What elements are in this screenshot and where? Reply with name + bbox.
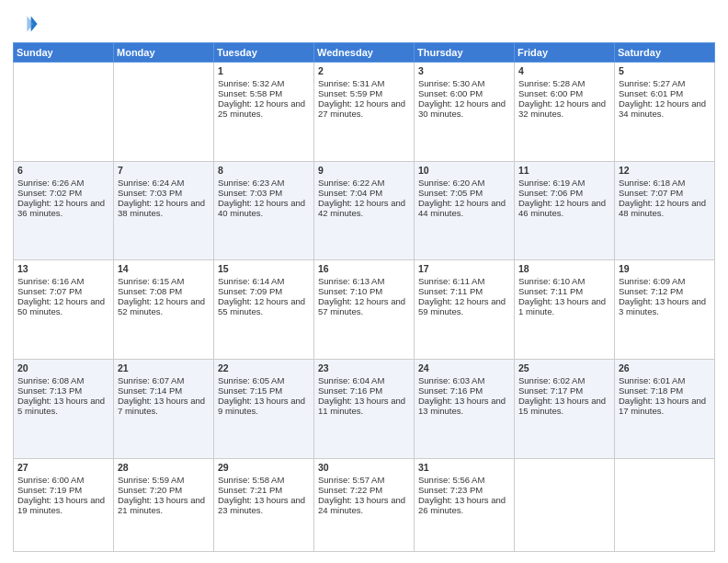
sunset-text: Sunset: 7:13 PM bbox=[17, 385, 109, 396]
sunrise-text: Sunrise: 5:32 AM bbox=[218, 78, 310, 88]
sunset-text: Sunset: 7:16 PM bbox=[318, 385, 410, 396]
sunset-text: Sunset: 7:03 PM bbox=[218, 188, 310, 198]
day-number: 30 bbox=[318, 462, 410, 473]
calendar-week-row: 27Sunrise: 6:00 AMSunset: 7:19 PMDayligh… bbox=[14, 458, 715, 551]
day-number: 5 bbox=[619, 65, 711, 76]
sunrise-text: Sunrise: 6:01 AM bbox=[619, 375, 711, 385]
sunrise-text: Sunrise: 6:05 AM bbox=[218, 375, 310, 385]
sunrise-text: Sunrise: 6:16 AM bbox=[17, 276, 109, 286]
sunset-text: Sunset: 7:23 PM bbox=[418, 485, 510, 495]
sunset-text: Sunset: 6:00 PM bbox=[518, 88, 610, 98]
sunrise-text: Sunrise: 6:23 AM bbox=[218, 178, 310, 188]
sunrise-text: Sunrise: 5:57 AM bbox=[318, 475, 410, 485]
day-number: 1 bbox=[218, 65, 310, 76]
sunrise-text: Sunrise: 5:58 AM bbox=[218, 475, 310, 485]
calendar-cell: 10Sunrise: 6:20 AMSunset: 7:05 PMDayligh… bbox=[415, 161, 515, 260]
calendar-cell: 9Sunrise: 6:22 AMSunset: 7:04 PMDaylight… bbox=[314, 161, 415, 260]
day-number: 10 bbox=[418, 165, 510, 176]
day-number: 31 bbox=[418, 462, 510, 473]
day-number: 27 bbox=[17, 462, 109, 473]
sunrise-text: Sunrise: 6:19 AM bbox=[518, 178, 610, 188]
sunrise-text: Sunrise: 6:24 AM bbox=[118, 178, 210, 188]
daylight-text: Daylight: 12 hours and 36 minutes. bbox=[17, 198, 109, 218]
daylight-text: Daylight: 12 hours and 38 minutes. bbox=[118, 198, 210, 218]
sunrise-text: Sunrise: 6:14 AM bbox=[218, 276, 310, 286]
calendar-cell: 15Sunrise: 6:14 AMSunset: 7:09 PMDayligh… bbox=[214, 260, 314, 360]
calendar-cell: 11Sunrise: 6:19 AMSunset: 7:06 PMDayligh… bbox=[515, 161, 615, 260]
day-number: 24 bbox=[418, 362, 510, 373]
daylight-text: Daylight: 12 hours and 40 minutes. bbox=[218, 198, 310, 218]
day-number: 12 bbox=[619, 165, 711, 176]
day-number: 9 bbox=[318, 165, 410, 176]
day-number: 22 bbox=[218, 362, 310, 373]
daylight-text: Daylight: 13 hours and 5 minutes. bbox=[17, 396, 109, 416]
sunset-text: Sunset: 7:04 PM bbox=[318, 188, 410, 198]
sunrise-text: Sunrise: 5:27 AM bbox=[619, 78, 711, 88]
calendar-cell: 17Sunrise: 6:11 AMSunset: 7:11 PMDayligh… bbox=[415, 260, 515, 360]
day-number: 14 bbox=[118, 263, 210, 274]
sunset-text: Sunset: 7:07 PM bbox=[619, 188, 711, 198]
daylight-text: Daylight: 12 hours and 50 minutes. bbox=[17, 296, 109, 316]
sunset-text: Sunset: 7:07 PM bbox=[17, 286, 109, 296]
day-number: 16 bbox=[318, 263, 410, 274]
sunrise-text: Sunrise: 6:02 AM bbox=[518, 375, 610, 385]
daylight-text: Daylight: 13 hours and 9 minutes. bbox=[218, 396, 310, 416]
logo bbox=[13, 11, 42, 37]
sunset-text: Sunset: 7:12 PM bbox=[619, 286, 711, 296]
calendar-cell bbox=[515, 458, 615, 551]
daylight-text: Daylight: 12 hours and 25 minutes. bbox=[218, 98, 310, 119]
calendar-header-monday: Monday bbox=[114, 43, 214, 63]
calendar-cell: 2Sunrise: 5:31 AMSunset: 5:59 PMDaylight… bbox=[314, 63, 415, 162]
calendar-cell: 1Sunrise: 5:32 AMSunset: 5:58 PMDaylight… bbox=[214, 63, 314, 162]
day-number: 26 bbox=[619, 362, 711, 373]
day-number: 2 bbox=[318, 65, 410, 76]
calendar-cell: 5Sunrise: 5:27 AMSunset: 6:01 PMDaylight… bbox=[615, 63, 715, 162]
calendar-cell: 21Sunrise: 6:07 AMSunset: 7:14 PMDayligh… bbox=[114, 360, 214, 459]
sunset-text: Sunset: 7:15 PM bbox=[218, 385, 310, 396]
sunrise-text: Sunrise: 6:04 AM bbox=[318, 375, 410, 385]
calendar-header-saturday: Saturday bbox=[615, 43, 715, 63]
daylight-text: Daylight: 12 hours and 55 minutes. bbox=[218, 296, 310, 316]
page: SundayMondayTuesdayWednesdayThursdayFrid… bbox=[0, 0, 728, 563]
sunset-text: Sunset: 5:59 PM bbox=[318, 88, 410, 98]
daylight-text: Daylight: 12 hours and 52 minutes. bbox=[118, 296, 210, 316]
calendar-header-row: SundayMondayTuesdayWednesdayThursdayFrid… bbox=[14, 43, 715, 63]
calendar-cell: 29Sunrise: 5:58 AMSunset: 7:21 PMDayligh… bbox=[214, 458, 314, 551]
sunset-text: Sunset: 7:11 PM bbox=[418, 286, 510, 296]
calendar-week-row: 20Sunrise: 6:08 AMSunset: 7:13 PMDayligh… bbox=[14, 360, 715, 459]
sunrise-text: Sunrise: 6:26 AM bbox=[17, 178, 109, 188]
daylight-text: Daylight: 13 hours and 21 minutes. bbox=[118, 495, 210, 515]
sunrise-text: Sunrise: 6:09 AM bbox=[619, 276, 711, 286]
daylight-text: Daylight: 13 hours and 13 minutes. bbox=[418, 396, 510, 416]
sunrise-text: Sunrise: 6:00 AM bbox=[17, 475, 109, 485]
sunset-text: Sunset: 7:02 PM bbox=[17, 188, 109, 198]
calendar-cell: 20Sunrise: 6:08 AMSunset: 7:13 PMDayligh… bbox=[14, 360, 114, 459]
day-number: 18 bbox=[518, 263, 610, 274]
sunrise-text: Sunrise: 5:28 AM bbox=[518, 78, 610, 88]
calendar-week-row: 1Sunrise: 5:32 AMSunset: 5:58 PMDaylight… bbox=[14, 63, 715, 162]
daylight-text: Daylight: 13 hours and 26 minutes. bbox=[418, 495, 510, 515]
sunrise-text: Sunrise: 5:30 AM bbox=[418, 78, 510, 88]
day-number: 25 bbox=[518, 362, 610, 373]
sunset-text: Sunset: 7:06 PM bbox=[518, 188, 610, 198]
sunrise-text: Sunrise: 6:13 AM bbox=[318, 276, 410, 286]
calendar-header-wednesday: Wednesday bbox=[314, 43, 415, 63]
sunrise-text: Sunrise: 5:59 AM bbox=[118, 475, 210, 485]
sunset-text: Sunset: 6:01 PM bbox=[619, 88, 711, 98]
calendar-cell: 12Sunrise: 6:18 AMSunset: 7:07 PMDayligh… bbox=[615, 161, 715, 260]
daylight-text: Daylight: 12 hours and 32 minutes. bbox=[518, 98, 610, 119]
daylight-text: Daylight: 13 hours and 7 minutes. bbox=[118, 396, 210, 416]
sunset-text: Sunset: 7:22 PM bbox=[318, 485, 410, 495]
calendar-cell: 7Sunrise: 6:24 AMSunset: 7:03 PMDaylight… bbox=[114, 161, 214, 260]
sunset-text: Sunset: 7:14 PM bbox=[118, 385, 210, 396]
daylight-text: Daylight: 12 hours and 48 minutes. bbox=[619, 198, 711, 218]
sunset-text: Sunset: 6:00 PM bbox=[418, 88, 510, 98]
sunset-text: Sunset: 7:16 PM bbox=[418, 385, 510, 396]
sunrise-text: Sunrise: 5:56 AM bbox=[418, 475, 510, 485]
calendar-cell: 8Sunrise: 6:23 AMSunset: 7:03 PMDaylight… bbox=[214, 161, 314, 260]
calendar-cell: 23Sunrise: 6:04 AMSunset: 7:16 PMDayligh… bbox=[314, 360, 415, 459]
calendar-cell: 19Sunrise: 6:09 AMSunset: 7:12 PMDayligh… bbox=[615, 260, 715, 360]
calendar-header-sunday: Sunday bbox=[14, 43, 114, 63]
sunset-text: Sunset: 5:58 PM bbox=[218, 88, 310, 98]
calendar-cell bbox=[615, 458, 715, 551]
